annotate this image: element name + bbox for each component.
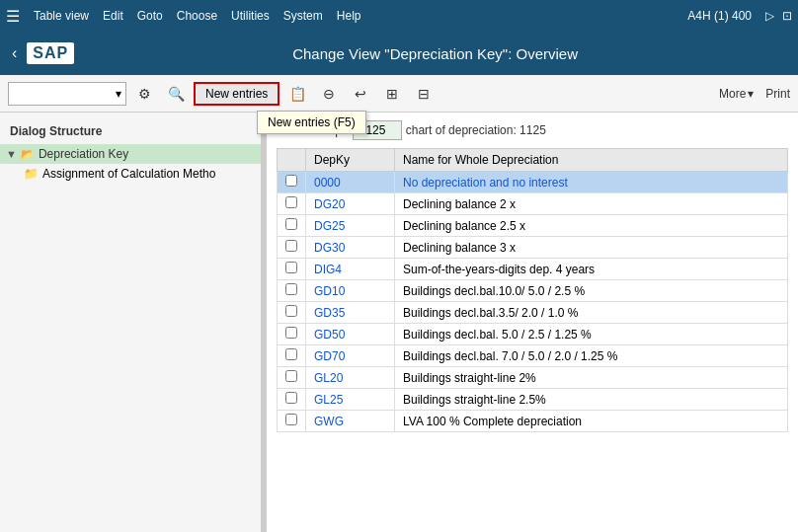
table-row[interactable]: GD35Buildings decl.bal.3.5/ 2.0 / 1.0 % <box>278 302 788 324</box>
new-entries-button[interactable]: New entries <box>194 82 279 106</box>
row-name: Declining balance 2 x <box>395 193 788 215</box>
tree-item-label-assignment: Assignment of Calculation Metho <box>42 167 215 181</box>
new-entries-tooltip: New entries (F5) <box>257 111 366 134</box>
row-checkbox-cell <box>278 367 306 389</box>
dropdown-select[interactable]: ▾ <box>8 82 126 106</box>
row-checkbox[interactable] <box>285 196 297 208</box>
row-checkbox-cell <box>278 280 306 302</box>
row-checkbox[interactable] <box>285 305 297 317</box>
menu-utilities[interactable]: Utilities <box>231 9 270 23</box>
hamburger-icon[interactable]: ☰ <box>6 7 20 26</box>
chart-label-right: chart of depreciation: 1125 <box>406 123 546 137</box>
table-row[interactable]: 0000No depreciation and no interest <box>278 172 788 193</box>
minus-icon[interactable]: ⊖ <box>315 80 343 108</box>
dialog-structure-panel: Dialog Structure ▼ 📂 Depreciation Key 📁 … <box>0 113 262 532</box>
menu-system[interactable]: System <box>283 9 323 23</box>
row-depkey: GD70 <box>306 345 395 367</box>
tree-expand-icon: ▼ <box>6 148 17 160</box>
row-name: Buildings decl.bal. 7.0 / 5.0 / 2.0 / 1.… <box>395 345 788 367</box>
row-checkbox[interactable] <box>285 218 297 230</box>
row-depkey: DG25 <box>306 215 395 237</box>
row-depkey: DG30 <box>306 237 395 259</box>
row-checkbox[interactable] <box>285 414 297 425</box>
header-icons: ▷ ⊡ <box>765 9 792 23</box>
row-checkbox[interactable] <box>285 175 297 187</box>
row-checkbox-cell <box>278 302 306 324</box>
table-row[interactable]: GL25Buildings straight-line 2.5% <box>278 389 788 411</box>
row-name: Buildings straight-line 2% <box>395 367 788 389</box>
row-checkbox-cell <box>278 259 306 280</box>
depreciation-table: DepKy Name for Whole Depreciation 0000No… <box>277 148 788 432</box>
play-icon[interactable]: ▷ <box>765 9 774 23</box>
menu-choose[interactable]: Choose <box>177 9 217 23</box>
table-row[interactable]: GWGLVA 100 % Complete depreciation <box>278 411 788 432</box>
row-checkbox[interactable] <box>285 348 297 360</box>
table-row[interactable]: GD50Buildings decl.bal. 5.0 / 2.5 / 1.25… <box>278 324 788 345</box>
row-depkey: GWG <box>306 411 395 432</box>
search-tool-icon[interactable]: 🔍 <box>162 80 190 108</box>
row-depkey: GD50 <box>306 324 395 345</box>
row-depkey: DIG4 <box>306 259 395 280</box>
table-row[interactable]: GD70Buildings decl.bal. 7.0 / 5.0 / 2.0 … <box>278 345 788 367</box>
title-bar: ‹ SAP Change View "Depreciation Key": Ov… <box>0 32 798 75</box>
dropdown-arrow-icon: ▾ <box>116 87 121 101</box>
settings-icon[interactable]: ⊡ <box>782 9 792 23</box>
grid-icon[interactable]: ⊟ <box>410 80 438 108</box>
more-label: More <box>719 87 746 101</box>
table-row[interactable]: GL20Buildings straight-line 2% <box>278 367 788 389</box>
back-button[interactable]: ‹ <box>12 44 17 62</box>
row-name: Declining balance 2.5 x <box>395 215 788 237</box>
table-row[interactable]: DG20Declining balance 2 x <box>278 193 788 215</box>
copy-icon[interactable]: 📋 <box>283 80 311 108</box>
row-checkbox[interactable] <box>285 283 297 295</box>
row-name: No depreciation and no interest <box>395 172 788 193</box>
col-name: Name for Whole Depreciation <box>395 149 788 172</box>
split-icon[interactable]: ⊞ <box>378 80 406 108</box>
more-chevron-icon: ▾ <box>748 87 754 101</box>
table-row[interactable]: DG25Declining balance 2.5 x <box>278 215 788 237</box>
sap-logo: SAP <box>27 42 74 64</box>
main-content: Dialog Structure ▼ 📂 Depreciation Key 📁 … <box>0 113 798 532</box>
settings-tool-icon[interactable]: ⚙ <box>130 80 158 108</box>
row-depkey: DG20 <box>306 193 395 215</box>
row-checkbox-cell <box>278 389 306 411</box>
tree-item-label-depkey: Depreciation Key <box>39 147 128 161</box>
row-checkbox-cell <box>278 345 306 367</box>
row-checkbox[interactable] <box>285 392 297 404</box>
more-button[interactable]: More ▾ <box>719 87 754 101</box>
tree-item-depreciation-key[interactable]: ▼ 📂 Depreciation Key <box>0 144 261 164</box>
page-title: Change View "Depreciation Key": Overview <box>84 45 786 62</box>
row-name: Declining balance 3 x <box>395 237 788 259</box>
folder-icon: 📁 <box>24 167 39 181</box>
row-depkey: 0000 <box>306 172 395 193</box>
row-checkbox[interactable] <box>285 327 297 339</box>
row-checkbox[interactable] <box>285 370 297 382</box>
row-checkbox-cell <box>278 215 306 237</box>
col-depky: DepKy <box>306 149 395 172</box>
menu-bar: ☰ Table view Edit Goto Choose Utilities … <box>0 0 798 32</box>
row-name: Buildings decl.bal. 5.0 / 2.5 / 1.25 % <box>395 324 788 345</box>
row-depkey: GL25 <box>306 389 395 411</box>
row-name: LVA 100 % Complete depreciation <box>395 411 788 432</box>
row-checkbox[interactable] <box>285 240 297 252</box>
menu-help[interactable]: Help <box>337 9 361 23</box>
row-depkey: GL20 <box>306 367 395 389</box>
menu-edit[interactable]: Edit <box>103 9 123 23</box>
row-depkey: GD10 <box>306 280 395 302</box>
undo-icon[interactable]: ↩ <box>347 80 374 108</box>
row-checkbox-cell <box>278 411 306 432</box>
system-info: A4H (1) 400 <box>687 9 752 23</box>
row-depkey: GD35 <box>306 302 395 324</box>
table-row[interactable]: DIG4Sum-of-the-years-digits dep. 4 years <box>278 259 788 280</box>
tree-item-assignment[interactable]: 📁 Assignment of Calculation Metho <box>0 164 261 184</box>
table-row[interactable]: DG30Declining balance 3 x <box>278 237 788 259</box>
table-row[interactable]: GD10Buildings decl.bal.10.0/ 5.0 / 2.5 % <box>278 280 788 302</box>
row-checkbox[interactable] <box>285 262 297 273</box>
row-checkbox-cell <box>278 193 306 215</box>
menu-goto[interactable]: Goto <box>137 9 163 23</box>
row-checkbox-cell <box>278 324 306 345</box>
print-button[interactable]: Print <box>765 87 790 101</box>
menu-table-view[interactable]: Table view <box>34 9 89 23</box>
row-name: Buildings decl.bal.10.0/ 5.0 / 2.5 % <box>395 280 788 302</box>
row-name: Sum-of-the-years-digits dep. 4 years <box>395 259 788 280</box>
